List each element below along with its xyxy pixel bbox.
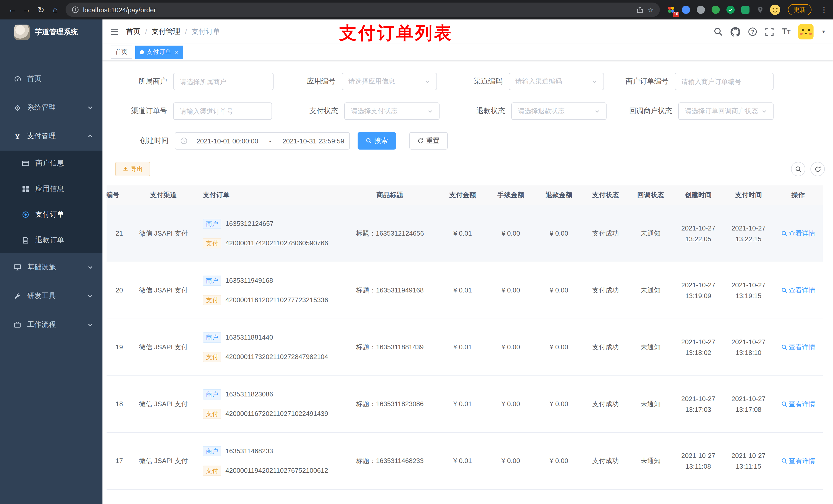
- sidebar-item-dev-tools[interactable]: 研发工具: [0, 282, 102, 310]
- sidebar-item-pay-order[interactable]: 支付订单: [0, 202, 102, 227]
- refresh-table-button[interactable]: [810, 162, 825, 176]
- table-row: 商户1635311357862: [106, 489, 823, 504]
- back-button[interactable]: ←: [5, 3, 20, 17]
- cell-status: 支付成功: [583, 376, 628, 432]
- sidebar-item-infrastructure[interactable]: 基础设施: [0, 253, 102, 282]
- bookmark-star-icon[interactable]: ☆: [648, 6, 654, 14]
- refund-status-select[interactable]: 请选择退款状态: [511, 102, 606, 120]
- cell-notify: 未通知: [628, 318, 673, 376]
- breadcrumb-item[interactable]: 支付管理: [152, 27, 180, 37]
- breadcrumb-item[interactable]: 首页: [126, 27, 140, 37]
- search-button[interactable]: 搜索: [358, 132, 396, 149]
- chevron-down-icon: [87, 322, 93, 328]
- cell-refund: ¥ 0.00: [535, 376, 583, 432]
- hamburger-icon[interactable]: [102, 20, 126, 44]
- merchant-order-no-input[interactable]: [675, 73, 774, 90]
- browser-menu-icon[interactable]: ⋮: [820, 5, 828, 14]
- filter-label-refund-status: 退款状态: [470, 106, 511, 116]
- tab-close-icon[interactable]: ×: [175, 48, 178, 55]
- sidebar-item-home[interactable]: 首页: [0, 65, 102, 93]
- forward-button[interactable]: →: [20, 3, 34, 17]
- cell-notify: 未通知: [628, 432, 673, 489]
- merchant-tag: 商户: [203, 275, 221, 286]
- extension-grid-icon[interactable]: 10: [666, 5, 676, 15]
- sidebar-item-refund-order[interactable]: 退款订单: [0, 227, 102, 253]
- sidebar-item-app-info[interactable]: 应用信息: [0, 176, 102, 202]
- filter-label-channel-order-no: 渠道订单号: [127, 106, 173, 116]
- view-detail-link[interactable]: 查看详情: [781, 456, 815, 465]
- sidebar-item-workflow[interactable]: 工作流程: [0, 310, 102, 339]
- home-button[interactable]: ⌂: [48, 3, 63, 17]
- table-row: 18微信 JSAPI 支付商户1635311823086支付4200001167…: [106, 376, 823, 432]
- pay-tag: 支付: [203, 238, 221, 248]
- merchant-order-no: 1635312124657: [225, 220, 273, 227]
- channel-order-no-input[interactable]: [173, 102, 272, 120]
- filter-field-app-no: 应用编号请选择应用信息: [301, 73, 437, 90]
- cell-pay-order: 商户1635311949168支付42000011812021102777232…: [198, 262, 341, 318]
- font-size-icon[interactable]: TT: [782, 27, 790, 37]
- export-button[interactable]: 导出: [115, 162, 150, 176]
- github-icon[interactable]: [731, 27, 740, 37]
- col-header: 操作: [774, 186, 823, 205]
- app-no-select[interactable]: 请选择应用信息: [342, 73, 437, 90]
- cell-amount: ¥ 0.01: [438, 432, 487, 489]
- sidebar-item-payment-mgmt[interactable]: ¥支付管理: [0, 122, 102, 150]
- user-avatar[interactable]: [798, 24, 813, 40]
- toggle-search-button[interactable]: [791, 162, 805, 176]
- filter-row-1: 所属商户应用编号请选择应用信息渠道编码请输入渠道编码商户订单编号: [102, 73, 833, 90]
- cell-action: 查看详情: [774, 376, 823, 432]
- chevron-up-icon: [87, 133, 93, 139]
- cell-refund: ¥ 0.00: [535, 432, 583, 489]
- reset-button[interactable]: 重置: [409, 132, 448, 149]
- page-annotation: 支付订单列表: [339, 22, 453, 45]
- cell-create-time: 2021-10-2713:19:09: [673, 262, 723, 318]
- tab-pay-order[interactable]: 支付订单×: [135, 45, 183, 58]
- chevron-down-icon: [427, 108, 433, 114]
- avatar-caret-down-icon[interactable]: ▼: [821, 29, 826, 34]
- extension-green-icon[interactable]: [711, 5, 721, 15]
- cell-pay-time: 2021-10-2713:11:15: [723, 432, 774, 489]
- view-detail-link[interactable]: 查看详情: [781, 342, 815, 352]
- url-bar[interactable]: localhost:1024/pay/order ☆: [66, 3, 660, 17]
- extension-check-icon[interactable]: [725, 5, 736, 15]
- search-icon[interactable]: [714, 27, 723, 37]
- reload-button[interactable]: ↻: [34, 3, 48, 17]
- cell-notify: [628, 489, 673, 504]
- view-detail-link[interactable]: 查看详情: [781, 229, 815, 238]
- breadcrumb: 首页/支付管理/支付订单: [126, 27, 220, 37]
- cell-action: 查看详情: [774, 432, 823, 489]
- view-detail-link[interactable]: 查看详情: [781, 399, 815, 408]
- callback-status-select[interactable]: 请选择订单回调商户状态: [678, 102, 774, 120]
- merchant-input[interactable]: [173, 73, 273, 90]
- extension-square-icon[interactable]: [740, 5, 751, 15]
- active-tab-dot: [140, 50, 144, 54]
- channel-code-select[interactable]: 请输入渠道编码: [509, 73, 604, 90]
- sidebar-item-merchant-info[interactable]: 商户信息: [0, 150, 102, 176]
- fullscreen-icon[interactable]: [765, 27, 774, 37]
- create-time-range-picker[interactable]: 2021-10-01 00:00:00 - 2021-10-31 23:59:5…: [175, 132, 350, 149]
- extension-blue-icon[interactable]: [681, 5, 691, 15]
- cell-pay-order: 商户1635311468233支付42000011942021102767521…: [198, 432, 341, 489]
- merchant-order-no: 1635311468233: [225, 447, 273, 455]
- clock-icon: [180, 137, 188, 144]
- merchant-tag: 商户: [203, 332, 221, 342]
- tab-home[interactable]: 首页: [111, 45, 132, 58]
- pay-tag: 支付: [203, 408, 221, 419]
- share-icon[interactable]: [637, 6, 644, 13]
- profile-avatar-icon[interactable]: [770, 5, 780, 15]
- view-detail-link[interactable]: 查看详情: [781, 286, 815, 295]
- chevron-down-icon: [87, 104, 93, 111]
- help-icon[interactable]: ?: [748, 27, 757, 37]
- sidebar-item-system-mgmt[interactable]: ⚙系统管理: [0, 93, 102, 122]
- channel-order-no: 4200001181202110277723215336: [225, 296, 328, 304]
- filter-row-date: 创建时间 2021-10-01 00:00:00 - 2021-10-31 23…: [102, 132, 833, 149]
- cell-action: 查看详情: [774, 262, 823, 318]
- cell-refund: ¥ 0.00: [535, 262, 583, 318]
- browser-update-button[interactable]: 更新: [788, 4, 811, 15]
- cell-pay-time: 2021-10-2713:19:15: [723, 262, 774, 318]
- info-icon[interactable]: [72, 6, 79, 13]
- pay-status-select[interactable]: 请选择支付状态: [344, 102, 439, 120]
- extension-gray-icon[interactable]: [696, 5, 706, 15]
- cell-id: 19: [106, 318, 129, 376]
- extension-pin-icon[interactable]: [755, 5, 765, 15]
